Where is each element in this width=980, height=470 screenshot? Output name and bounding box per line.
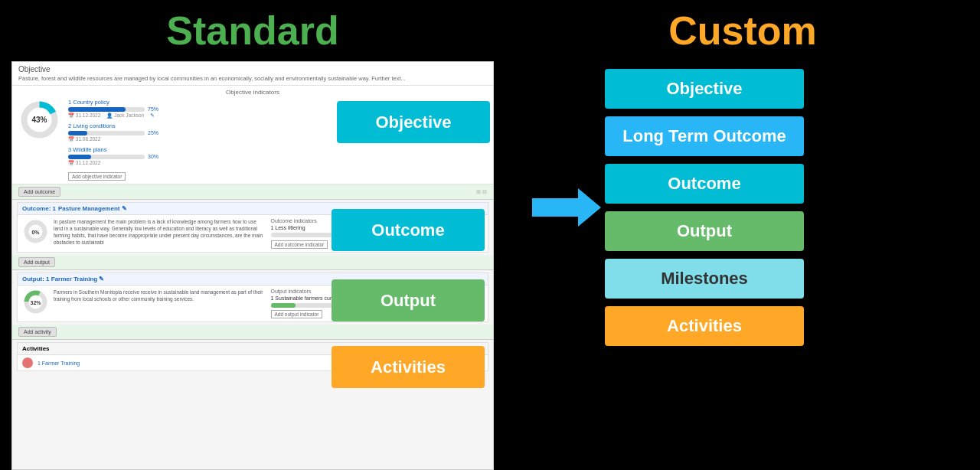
objective-desc: Pasture, forest and wildlife resources a… [18,75,487,82]
add-output-indicator-button[interactable]: Add output indicator [271,310,323,318]
output-edit-icon[interactable]: ✎ [99,276,104,282]
outcome-label: Outcome: 1 [22,205,56,212]
arrow-container [528,184,605,230]
output-desc: Farmers in Southern Monitopia receive re… [54,289,266,302]
add-indicator-button[interactable]: Add objective indicator [68,172,126,181]
outcome-donut: 0% [22,218,49,245]
overlay-activities-button[interactable]: Activities [332,346,485,388]
add-outcome-bar: Add outcome ⊞ ⊟ [12,184,493,200]
outcome-desc: In pasture management the main problem i… [54,218,266,246]
output-label: Output: 1 [22,276,50,282]
indicator-bar-bg-1 [68,107,145,112]
indicator-bar-fill-1 [68,107,126,112]
indicator-date-1: 📅 31.12.2022 [68,113,100,119]
activities-section: Activities 1 Farmer Training Ongoing Act… [17,342,488,371]
custom-box-output[interactable]: Output [605,211,804,251]
activity-row-1: 1 Farmer Training Ongoing Activities [18,355,488,370]
add-output-button[interactable]: Add output [18,257,55,267]
output-donut-chart: 32% [22,289,49,315]
right-panel: Custom Objective Long Term Outcome Outco… [505,0,980,470]
overlay-objective-button[interactable]: Objective [337,101,490,143]
overlay-outcome-button[interactable]: Outcome [332,209,485,251]
indicator-bar-fill-3 [68,155,91,159]
output-section: Output: 1 Farmer Training ✎ 32% Farmers … [17,273,488,322]
indicators-area: Objective indicators 43% 1 Country polic… [12,86,493,184]
output-donut: 32% [22,289,49,315]
screenshot-container: Objective Pasture, forest and wildlife r… [11,61,494,470]
activity-icon-1 [22,357,33,368]
outcome-donut-chart: 0% [22,218,49,245]
indicator-percent-2: 25% [148,130,158,135]
custom-box-milestones[interactable]: Milestones [605,259,804,299]
output-indicator-bar-fill [271,303,296,308]
right-arrow-icon [532,184,601,230]
donut-chart: 43% [18,99,60,141]
add-activity-button[interactable]: Add activity [18,327,57,337]
outcome-edit-icon[interactable]: ✎ [122,205,127,212]
svg-text:32%: 32% [30,300,41,305]
indicator-row-3: 3 Wildlife plans 30% 📅 31.12.2022 [68,146,487,166]
indicator-bar-fill-2 [68,131,87,135]
donut-area: 43% 1 Country policy 75% [18,99,487,181]
outcome-name: Pasture Management [58,205,119,212]
objective-section-title: Objective [18,65,487,73]
output-body: 32% Farmers in Southern Monitopia receiv… [18,286,488,321]
add-activity-bar: Add activity [12,325,493,340]
outcome-section: Outcome: 1 Pasture Management ✎ 0% In pa… [17,202,488,253]
custom-box-outcome[interactable]: Outcome [605,164,804,204]
custom-box-activities[interactable]: Activities [605,306,804,346]
svg-text:0%: 0% [31,230,40,235]
indicator-date-3: 📅 31.12.2022 [68,160,100,166]
indicator-percent-1: 75% [148,106,158,112]
objective-section: Objective Pasture, forest and wildlife r… [12,62,493,86]
indicator-name-3: 3 Wildlife plans [68,146,487,153]
left-panel: Standard Objective Pasture, forest and w… [0,0,505,470]
left-title: Standard [166,8,338,54]
right-title: Custom [528,8,980,54]
indicator-user-1: 👤 Jack Jackson [106,113,144,119]
donut-percent: 43% [31,116,47,124]
output-name: Farmer Training [51,276,97,282]
add-outcome-indicator-button[interactable]: Add outcome indicator [271,240,328,249]
indicator-bar-bg-3 [68,155,145,159]
right-content: Objective Long Term Outcome Outcome Outp… [528,69,980,346]
custom-box-long-term-outcome[interactable]: Long Term Outcome [605,116,804,156]
add-outcome-button[interactable]: Add outcome [18,187,60,197]
svg-marker-8 [532,188,601,227]
custom-box-objective[interactable]: Objective [605,69,804,109]
expand-icon[interactable]: ⊞ ⊟ [476,189,487,195]
indicators-title: Objective indicators [18,89,487,96]
add-output-bar: Add output [12,255,493,270]
donut-wrap: 43% [18,99,60,141]
indicator-bar-bg-2 [68,131,145,135]
indicator-percent-3: 30% [148,154,158,159]
outcome-body: 0% In pasture management the main proble… [18,215,488,252]
indicator-meta-3: 📅 31.12.2022 [68,160,487,166]
overlay-output-button[interactable]: Output [332,279,485,321]
indicator-edit-1[interactable]: ✎ [150,113,155,119]
custom-boxes: Objective Long Term Outcome Outcome Outp… [605,69,980,346]
indicator-date-2: 📅 31.08.2022 [68,136,100,142]
